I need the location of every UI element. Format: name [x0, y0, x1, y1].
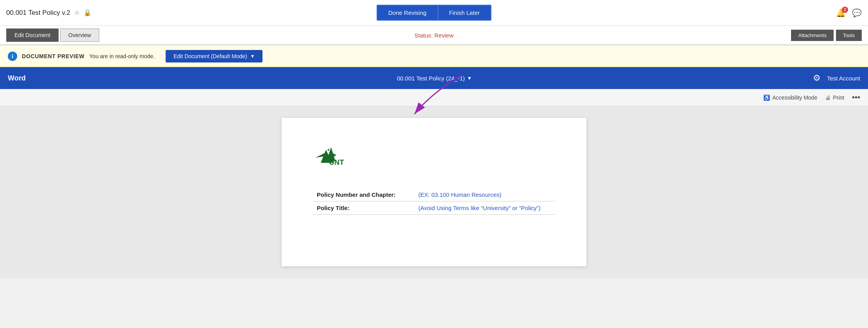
word-bar: Word 00.001 Test Policy (24_-1) ▾ ⚙ Test…	[0, 67, 868, 89]
policy-number-label: Policy Number and Chapter:	[313, 188, 414, 201]
readonly-text: You are in read-only mode.	[89, 53, 155, 59]
top-bar-left: 00.001 Test Policy v.2 ☆ 🔒	[6, 9, 91, 17]
top-bar: 00.001 Test Policy v.2 ☆ 🔒 Done Revising…	[0, 0, 868, 26]
chat-icon[interactable]: 💬	[852, 8, 862, 18]
accessibility-label: Accessibility Mode	[772, 94, 817, 101]
attachments-button[interactable]: Attachments	[791, 30, 833, 41]
svg-text:UNT: UNT	[329, 158, 344, 166]
accessibility-mode-button[interactable]: ♿ Accessibility Mode	[763, 94, 817, 101]
top-bar-right: 🔔 2 💬	[836, 8, 862, 18]
table-row: Policy Title: (Avoid Using Terms like “U…	[313, 201, 555, 215]
word-bar-right: ⚙ Test Account	[813, 73, 860, 83]
table-row: Policy Number and Chapter: (EX: 03.100 H…	[313, 188, 555, 201]
print-label: Print	[833, 94, 844, 101]
print-button[interactable]: 🖨 Print	[825, 94, 844, 101]
top-bar-center: Done Revising Finish Later	[377, 5, 491, 21]
status-text: Status: Review	[414, 32, 454, 39]
print-icon: 🖨	[825, 94, 830, 101]
toolbar-area: ♿ Accessibility Mode 🖨 Print •••	[0, 89, 868, 106]
account-name: Test Account	[827, 75, 860, 82]
tab-overview[interactable]: Overview	[60, 29, 99, 42]
chevron-down-icon: ▼	[250, 53, 255, 59]
star-icon[interactable]: ☆	[74, 9, 80, 16]
finish-later-button[interactable]: Finish Later	[438, 5, 491, 21]
document-preview-label: DOCUMENT PREVIEW	[22, 53, 85, 59]
chevron-down-icon: ▾	[468, 75, 471, 82]
doc-title: 00.001 Test Policy v.2	[6, 9, 70, 17]
info-icon: i	[8, 52, 17, 61]
policy-table: Policy Number and Chapter: (EX: 03.100 H…	[313, 188, 555, 215]
lock-icon: 🔒	[84, 9, 91, 16]
preview-banner: i DOCUMENT PREVIEW You are in read-only …	[0, 45, 868, 67]
doc-name-text: 00.001 Test Policy (24_-1)	[397, 75, 465, 82]
document-area: UNT Policy Number and Chapter: (EX: 03.1…	[0, 106, 868, 278]
eagle-svg: UNT	[313, 141, 344, 169]
second-bar: Edit Document Overview Status: Review At…	[0, 26, 868, 45]
policy-title-label: Policy Title:	[313, 201, 414, 215]
policy-number-value: (EX: 03.100 Human Resources)	[414, 188, 555, 201]
accessibility-icon: ♿	[763, 94, 770, 101]
done-revising-button[interactable]: Done Revising	[377, 5, 438, 21]
tab-edit-document[interactable]: Edit Document	[6, 29, 59, 42]
tools-button[interactable]: Tools	[836, 30, 862, 41]
notification-button[interactable]: 🔔 2	[836, 8, 846, 18]
policy-title-value: (Avoid Using Terms like “University” or …	[414, 201, 555, 215]
document-paper: UNT Policy Number and Chapter: (EX: 03.1…	[282, 118, 586, 266]
edit-mode-button-label: Edit Document (Default Mode)	[173, 53, 247, 59]
doc-name-dropdown[interactable]: 00.001 Test Policy (24_-1) ▾	[397, 75, 471, 82]
gear-icon[interactable]: ⚙	[813, 73, 821, 83]
notification-badge: 2	[842, 7, 848, 13]
second-bar-right: Attachments Tools	[791, 30, 862, 41]
unt-logo: UNT	[313, 141, 555, 169]
word-label: Word	[8, 74, 26, 82]
more-options-button[interactable]: •••	[852, 93, 860, 102]
edit-mode-button[interactable]: Edit Document (Default Mode) ▼	[166, 50, 263, 62]
